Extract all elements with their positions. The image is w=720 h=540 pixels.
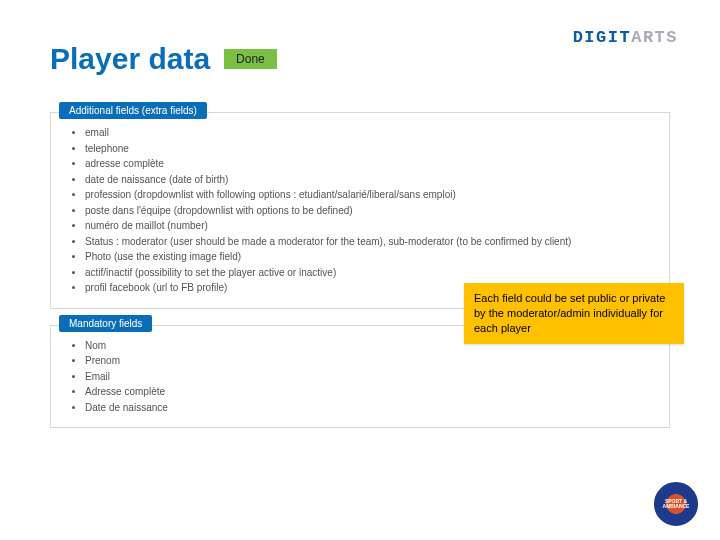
brand-logo: DIGITARTS [573, 28, 678, 47]
list-item: Status : moderator (user should be made … [85, 234, 655, 250]
brand-left: DIGIT [573, 28, 632, 47]
field-list: email telephone adresse complète date de… [69, 125, 655, 296]
badge-text: SPORT & AMBIANCE [656, 499, 696, 509]
list-item: poste dans l'équipe (dropdownlist with o… [85, 203, 655, 219]
panel-header: Mandatory fields [59, 315, 152, 332]
panel-additional-fields: Additional fields (extra fields) email t… [50, 112, 670, 309]
list-item: Photo (use the existing image field) [85, 249, 655, 265]
brand-right: ARTS [631, 28, 678, 47]
status-badge: Done [224, 49, 277, 69]
list-item: Adresse complète [85, 384, 655, 400]
list-item: Date de naissance [85, 400, 655, 416]
callout-note: Each field could be set public or privat… [464, 283, 684, 344]
list-item: date de naissance (date of birth) [85, 172, 655, 188]
list-item: Prenom [85, 353, 655, 369]
list-item: telephone [85, 141, 655, 157]
list-item: actif/inactif (possibility to set the pl… [85, 265, 655, 281]
list-item: profession (dropdownlist with following … [85, 187, 655, 203]
list-item: numéro de maillot (number) [85, 218, 655, 234]
sport-ambiance-badge-icon: SPORT & AMBIANCE [654, 482, 698, 526]
panel-header: Additional fields (extra fields) [59, 102, 207, 119]
list-item: adresse complète [85, 156, 655, 172]
page-title: Player data [50, 42, 210, 76]
field-list: Nom Prenom Email Adresse complète Date d… [69, 338, 655, 416]
list-item: email [85, 125, 655, 141]
list-item: Email [85, 369, 655, 385]
